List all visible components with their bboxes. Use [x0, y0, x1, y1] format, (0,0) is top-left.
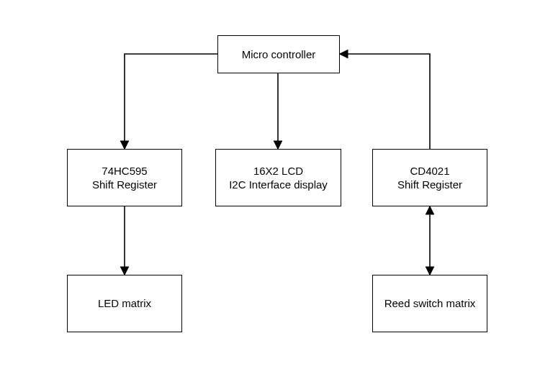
- connector-mcu-to-74hc595: [125, 54, 217, 149]
- block-cd4021-line2: Shift Register: [397, 178, 462, 192]
- block-microcontroller-label: Micro controller: [242, 47, 316, 62]
- block-reed-switch-matrix: Reed switch matrix: [372, 275, 487, 332]
- connector-cd4021-to-mcu: [340, 54, 430, 149]
- block-74hc595-line2: Shift Register: [92, 178, 157, 192]
- block-led-matrix-label: LED matrix: [98, 296, 151, 311]
- block-lcd-line1: 16X2 LCD: [253, 164, 303, 178]
- block-reed-switch-matrix-label: Reed switch matrix: [384, 296, 476, 311]
- block-74hc595: 74HC595 Shift Register: [67, 149, 182, 206]
- block-lcd: 16X2 LCD I2C Interface display: [215, 149, 341, 206]
- block-led-matrix: LED matrix: [67, 275, 182, 332]
- block-lcd-line2: I2C Interface display: [229, 178, 328, 192]
- block-74hc595-line1: 74HC595: [102, 164, 147, 178]
- block-cd4021-line1: CD4021: [410, 164, 449, 178]
- block-microcontroller: Micro controller: [217, 35, 340, 73]
- block-cd4021: CD4021 Shift Register: [372, 149, 487, 206]
